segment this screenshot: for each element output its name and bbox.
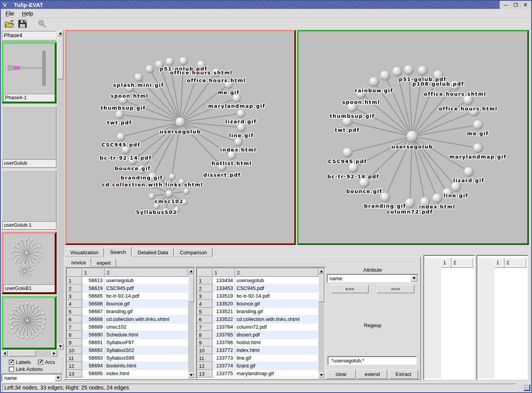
scrollbar-thumb[interactable] — [318, 274, 325, 302]
column-header[interactable]: 1 — [441, 258, 451, 268]
cell-name[interactable]: bounce.gif — [105, 300, 188, 308]
cell-name[interactable]: CSC945.pdf — [105, 284, 188, 292]
cell-id[interactable]: 56692 — [82, 346, 105, 354]
table-row[interactable]: 756689cmsc102 — [67, 323, 188, 331]
table-row[interactable]: 256619CSC945.pdf — [67, 284, 188, 292]
row-header[interactable]: 2 — [197, 284, 212, 292]
cell-id[interactable]: 133764 — [212, 323, 235, 331]
cell-id[interactable]: 56690 — [82, 331, 105, 339]
checkbox-link-actions[interactable]: Link Actions — [9, 365, 63, 372]
cell-id[interactable]: 133773 — [212, 354, 235, 362]
tab-search[interactable]: Search — [105, 247, 131, 257]
cell-id[interactable]: 133434 — [212, 277, 235, 284]
table-row[interactable]: 7133764column72.pdf — [197, 323, 318, 331]
table-row[interactable]: 4133520bounce.gif — [197, 300, 318, 308]
zoom-button[interactable] — [36, 19, 47, 29]
open-button[interactable] — [4, 19, 15, 29]
cell-id[interactable]: 56693 — [82, 354, 105, 362]
close-button[interactable] — [520, 2, 530, 8]
thumbnail-label-top[interactable]: Phase4 — [2, 31, 56, 40]
cell-name[interactable]: line.gif — [235, 354, 318, 362]
row-header[interactable]: 8 — [67, 331, 82, 339]
table-row[interactable]: 556687branding.gif — [67, 308, 188, 315]
checkbox-box[interactable] — [38, 360, 43, 365]
cell-name[interactable]: bc-tr-92-14.pdf — [235, 292, 318, 300]
extend-button[interactable]: extend — [357, 369, 387, 379]
cell-id[interactable]: 56687 — [82, 308, 105, 315]
table-row[interactable]: 3133519bc-tr-92-14.pdf — [197, 292, 318, 300]
row-header[interactable]: 1 — [197, 277, 212, 284]
row-header[interactable]: 6 — [67, 315, 82, 323]
clear-button[interactable]: clear — [326, 369, 356, 379]
cell-id[interactable]: 56691 — [82, 339, 105, 346]
right-graph-view[interactable]: rainbow.gifp51-golub.pdfp108-golub.pdfof… — [297, 30, 529, 245]
cell-name[interactable]: branding.gif — [235, 308, 318, 315]
table-row[interactable]: 1133434usersegolub — [197, 277, 318, 284]
scrollbar-thumb[interactable] — [8, 350, 36, 357]
cell-id[interactable]: 133521 — [212, 308, 235, 315]
cell-name[interactable]: SyllabusF97 — [105, 339, 188, 346]
thumbnail-item-partial[interactable] — [2, 296, 57, 350]
thumbnail-item-usergolub[interactable]: userGolub — [2, 106, 57, 168]
resize-grip[interactable] — [524, 384, 530, 391]
table-row[interactable]: 13133775marylandmap.gif — [197, 370, 318, 377]
subtab-expert[interactable]: expert — [92, 259, 116, 267]
cell-id[interactable]: 133765 — [212, 331, 235, 339]
table-row[interactable]: 9133766hotlist.html — [197, 339, 318, 346]
column-header[interactable]: 2 — [504, 258, 526, 268]
tab-visualization[interactable]: Visualization — [65, 248, 104, 257]
table-row[interactable]: 8133765dissert.pdf — [197, 331, 318, 339]
combobox-dropdown-button[interactable] — [411, 275, 418, 282]
table-row[interactable]: 2133453CSC945.pdf — [197, 284, 318, 292]
left-graph-view[interactable]: p51-golub.pdfoffice.hours.shtmloffice.ho… — [65, 30, 296, 245]
subtab-novice[interactable]: novice — [66, 258, 91, 267]
scroll-up-button[interactable] — [57, 30, 64, 36]
title-bar[interactable]: Tulip-EVAT — [1, 1, 531, 9]
cell-id[interactable]: 56694 — [82, 362, 105, 370]
column-header[interactable]: 1 — [494, 258, 504, 268]
thumbnail-item-phase4-1[interactable]: Phase4-1 — [2, 42, 57, 103]
cell-name[interactable]: cd.collection.with.links.shtml — [105, 315, 188, 323]
scrollbar-thumb[interactable] — [57, 37, 64, 79]
regexp-input[interactable] — [328, 356, 417, 365]
table-row[interactable]: 11133773line.gif — [197, 354, 318, 362]
cell-name[interactable]: dissert.pdf — [235, 331, 318, 339]
table-row[interactable]: 5133521branding.gif — [197, 308, 318, 315]
cell-id[interactable]: 133774 — [212, 362, 235, 370]
cell-name[interactable]: usersegolub — [105, 277, 188, 284]
minimize-button[interactable] — [501, 2, 511, 8]
table-row[interactable]: 956691SyllabusF97 — [67, 339, 188, 346]
row-header[interactable]: 2 — [67, 284, 82, 292]
checkbox-box[interactable] — [9, 360, 14, 365]
cell-id[interactable]: 56695 — [82, 370, 105, 377]
attribute-combobox[interactable]: name — [327, 274, 418, 283]
cell-name[interactable]: column72.pdf — [235, 323, 318, 331]
row-header[interactable]: 3 — [67, 292, 82, 300]
extract-button[interactable]: Extract — [389, 369, 418, 379]
scroll-up-button[interactable] — [188, 268, 194, 274]
cell-name[interactable]: index.html — [235, 346, 318, 354]
column-header[interactable]: 1 — [82, 268, 105, 277]
cell-id[interactable]: 56613 — [82, 277, 105, 284]
checkbox-labels[interactable]: Labels — [9, 359, 38, 365]
cell-name[interactable]: bounce.gif — [235, 300, 318, 308]
table-row[interactable]: 1356695index.html — [67, 370, 188, 377]
thumbnail-item-usergolub1[interactable]: userGoluB1 — [2, 232, 57, 294]
menu-help[interactable]: Help — [22, 10, 33, 17]
sidebar-attribute-combobox[interactable]: name — [2, 374, 62, 382]
scroll-down-button[interactable] — [57, 343, 64, 350]
table-row[interactable]: 856690Schedule.html — [67, 331, 188, 339]
cell-name[interactable]: index.html — [105, 370, 188, 377]
checkbox-arcs[interactable]: Arcs — [38, 359, 63, 365]
cell-id[interactable]: 133522 — [212, 315, 235, 323]
table-row[interactable]: 1256694bookinfo.html — [67, 362, 188, 370]
table-row[interactable]: 10133772index.html — [197, 346, 318, 354]
row-header[interactable]: 3 — [197, 292, 212, 300]
cell-name[interactable]: marylandmap.gif — [235, 370, 318, 377]
row-header[interactable]: 1 — [67, 277, 82, 284]
table-row[interactable]: 356685bc-tr-92-14.pdf — [67, 292, 188, 300]
move-left-button[interactable]: <== — [331, 284, 369, 293]
cell-id[interactable]: 133520 — [212, 300, 235, 308]
cell-id[interactable]: 133453 — [212, 284, 235, 292]
cell-id[interactable]: 133775 — [212, 370, 235, 377]
